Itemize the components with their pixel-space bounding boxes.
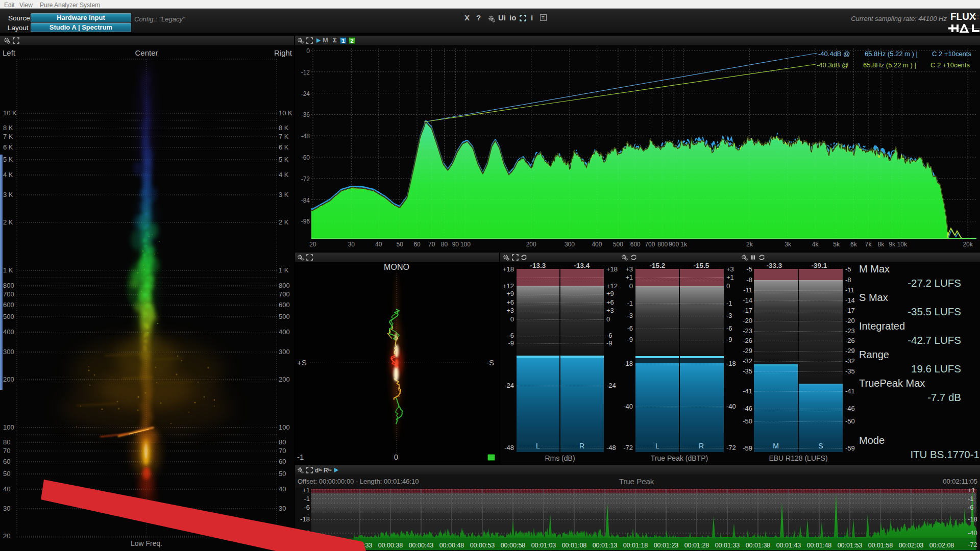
svg-text:-40.4dB @: -40.4dB @ bbox=[818, 50, 850, 58]
svg-text:65.8Hz (5.22 m ) |: 65.8Hz (5.22 m ) | bbox=[863, 61, 916, 69]
svg-text:C 2 +10cents: C 2 +10cents bbox=[932, 50, 971, 58]
svg-text:65.8Hz (5.22 m ) |: 65.8Hz (5.22 m ) | bbox=[865, 50, 918, 58]
svg-text:-40.3dB @: -40.3dB @ bbox=[817, 61, 848, 69]
svg-text:C 2 +10cents: C 2 +10cents bbox=[930, 61, 970, 69]
